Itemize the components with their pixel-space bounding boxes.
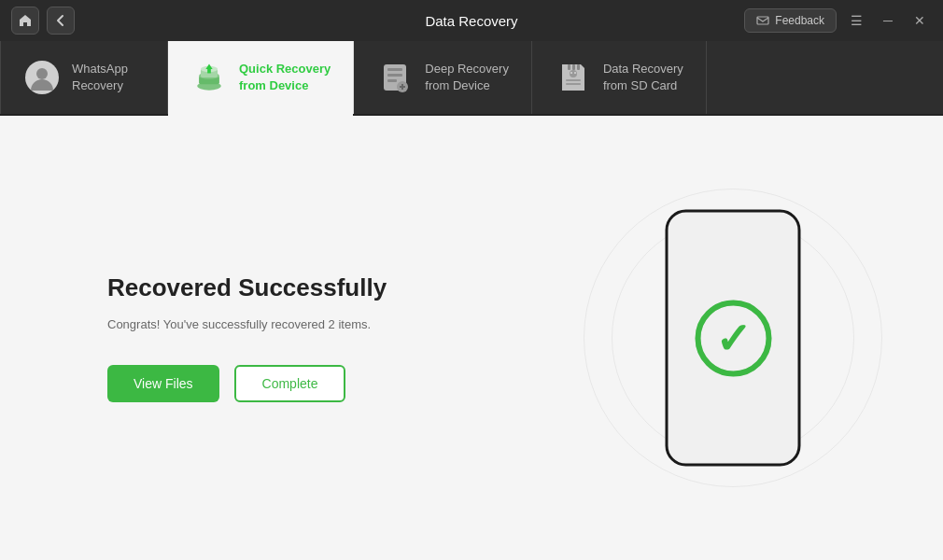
titlebar-right: Feedback ☰ ─ ✕	[744, 8, 932, 33]
app-title: Data Recovery	[425, 13, 517, 29]
home-button[interactable]	[11, 7, 39, 35]
tab-deep-recovery-label: Deep Recovery from Device	[425, 61, 509, 94]
success-panel: Recovered Successfully Congrats! You've …	[51, 189, 892, 487]
back-button[interactable]	[47, 7, 75, 35]
complete-button[interactable]: Complete	[234, 365, 346, 402]
svg-point-23	[697, 302, 768, 373]
tab-quick-recovery-label: Quick Recovery from Device	[239, 61, 331, 94]
quick-recovery-icon	[190, 59, 228, 96]
svg-rect-20	[570, 72, 572, 74]
svg-rect-12	[387, 79, 397, 82]
main-content: Recovered Successfully Congrats! You've …	[0, 116, 943, 560]
svg-rect-11	[387, 74, 402, 77]
phone-inner: ✓	[686, 291, 780, 385]
phone-body: ✓	[666, 210, 801, 467]
view-files-button[interactable]: View Files	[107, 365, 219, 402]
tab-quick-recovery[interactable]: Quick Recovery from Device	[168, 41, 354, 114]
svg-rect-21	[574, 72, 576, 74]
sd-recovery-icon	[555, 59, 592, 96]
close-button[interactable]: ✕	[908, 8, 932, 33]
svg-rect-16	[577, 64, 580, 70]
svg-rect-14	[568, 64, 570, 70]
tab-sd-recovery-label: Data Recovery from SD Card	[603, 61, 683, 94]
svg-rect-17	[566, 79, 581, 81]
svg-rect-10	[387, 68, 402, 71]
minimize-button[interactable]: ─	[876, 8, 900, 33]
success-text-area: Recovered Successfully Congrats! You've …	[107, 273, 630, 402]
phone-illustration: ✓	[630, 189, 836, 487]
tab-whatsapp[interactable]: WhatsApp Recovery	[0, 41, 168, 114]
whatsapp-icon	[23, 59, 61, 96]
titlebar-left	[11, 7, 75, 35]
svg-rect-8	[207, 69, 211, 74]
svg-point-19	[570, 70, 577, 77]
feedback-button[interactable]: Feedback	[744, 8, 837, 33]
svg-rect-18	[566, 83, 581, 85]
progress-ring	[691, 296, 775, 380]
tab-deep-recovery[interactable]: Deep Recovery from Device	[354, 41, 532, 114]
titlebar: Data Recovery Feedback ☰ ─ ✕	[0, 0, 943, 41]
menu-button[interactable]: ☰	[844, 8, 868, 33]
tab-sd-recovery[interactable]: Data Recovery from SD Card	[532, 41, 707, 114]
mail-icon	[756, 14, 769, 27]
svg-rect-0	[757, 17, 768, 24]
success-title: Recovered Successfully	[107, 273, 630, 302]
svg-point-2	[36, 68, 48, 79]
success-message: Congrats! You've successfully recovered …	[107, 317, 630, 331]
svg-rect-15	[572, 64, 575, 70]
tab-whatsapp-label: WhatsApp Recovery	[72, 61, 128, 94]
nav-tabs: WhatsApp Recovery Quick Recovery	[0, 41, 943, 116]
deep-recovery-icon	[376, 59, 414, 96]
action-buttons: View Files Complete	[107, 365, 630, 402]
